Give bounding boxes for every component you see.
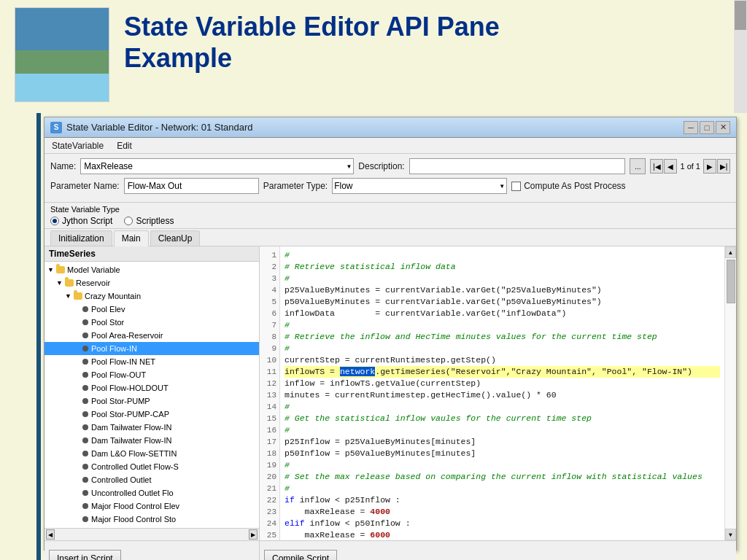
radio-jython[interactable]: Jython Script (50, 216, 112, 226)
title-bar: S State Variable Editor - Network: 01 St… (44, 117, 736, 138)
code-line: minutes = currentRuntimestep.getHecTime(… (285, 389, 720, 401)
code-line: p25ValueByMinutes = currentVariable.varG… (285, 284, 720, 296)
radio-scriptless-circle[interactable] (124, 217, 133, 225)
code-line: # Get the statistical inflow vaules for … (285, 413, 720, 424)
scroll-thumb[interactable] (727, 260, 735, 303)
sv-type-label: State Variable Type (50, 205, 730, 214)
close-button[interactable]: ✕ (716, 121, 730, 134)
tree-item[interactable]: ▼Reservoir (44, 276, 259, 289)
code-line: inflow = inflowTS.getValue(currentStep) (285, 378, 720, 389)
menu-statevariable[interactable]: StateVariable (49, 141, 107, 151)
tree-item[interactable]: ▼Crazy Mountain (44, 289, 259, 303)
radio-scriptless[interactable]: Scriptless (124, 216, 174, 226)
nav-first-btn[interactable]: |◀ (650, 159, 663, 174)
tree-item[interactable]: Pool Flow-IN (44, 342, 259, 355)
param-type-select[interactable]: Flow (332, 178, 507, 194)
description-input[interactable] (409, 158, 626, 174)
tree-scroll-left[interactable]: ◀ (46, 529, 55, 540)
code-line: # (285, 273, 720, 284)
nav-prev-btn[interactable]: ◀ (664, 159, 677, 174)
maximize-button[interactable]: □ (700, 121, 714, 134)
code-line: # (285, 319, 720, 331)
menu-bar: StateVariable Edit (44, 138, 736, 154)
tree-item[interactable]: Pool Area-Reservoir (44, 329, 259, 342)
tab-main[interactable]: Main (114, 230, 149, 246)
left-border (36, 113, 41, 560)
tab-cleanup[interactable]: CleanUp (150, 230, 201, 246)
line-numbers: 1234567891011121314151617181920212223242… (260, 246, 280, 540)
tree-item[interactable]: Uncontrolled Outlet Flo (44, 486, 259, 499)
param-type-label: Parameter Type: (263, 181, 328, 191)
tree-item[interactable]: Controlled Outlet Flow-S (44, 460, 259, 473)
minimize-button[interactable]: ─ (684, 121, 698, 134)
code-line: p25Inflow = p25ValueByMinutes[minutes] (285, 436, 720, 448)
param-name-input[interactable] (124, 178, 259, 194)
radio-group: Jython Script Scriptless (50, 216, 730, 226)
tree-item[interactable]: Major Flood Control Elev (44, 499, 259, 513)
tree-item[interactable]: Controlled Outlet (44, 473, 259, 486)
code-line: # (285, 424, 720, 436)
radio-jython-circle[interactable] (50, 217, 59, 225)
tree-item[interactable]: Pool Flow-OUT (44, 368, 259, 381)
name-label: Name: (50, 161, 76, 171)
insert-script-btn[interactable]: Insert in Script (49, 550, 121, 561)
window-title: State Variable Editor - Network: 01 Stan… (66, 122, 684, 133)
tree-item[interactable]: ▼Model Variable (44, 263, 259, 276)
compile-script-btn[interactable]: Compile Script (264, 550, 337, 561)
param-name-label: Parameter Name: (50, 181, 120, 191)
code-line: maxRelease = 4000 (285, 506, 720, 518)
compute-label: Compute As Post Process (524, 181, 625, 191)
header-scrollbar[interactable] (734, 0, 747, 113)
menu-edit[interactable]: Edit (114, 141, 135, 151)
tree-item[interactable]: Pool Stor-PUMP-CAP (44, 408, 259, 421)
param-type-select-wrapper[interactable]: Flow (332, 178, 507, 194)
tree-item[interactable]: Dam Tailwater Flow-IN (44, 421, 259, 434)
tab-initialization[interactable]: Initialization (50, 230, 112, 246)
code-line: maxRelease = 6000 (285, 529, 720, 540)
app-icon: S (50, 122, 62, 133)
title-bar-buttons: ─ □ ✕ (684, 121, 730, 134)
name-select-wrapper (80, 158, 354, 174)
bottom-panels: Insert in Script Compile Script (44, 540, 736, 560)
code-line: elif inflow < p50Inflow : (285, 518, 720, 529)
code-panel: 1234567891011121314151617181920212223242… (260, 246, 736, 540)
code-line: inflowTS = network.getTimeSeries("Reserv… (285, 366, 720, 378)
tree-scroll-right[interactable]: ▶ (249, 529, 258, 540)
name-input[interactable] (80, 158, 354, 174)
tree-item[interactable]: Pool Flow-HOLDOUT (44, 381, 259, 394)
header-area: State Variable Editor API Pane Example (0, 0, 747, 113)
tree-item[interactable]: Pool Flow-IN NET (44, 355, 259, 368)
code-scrollbar[interactable]: ▲ ▼ (724, 246, 736, 540)
scroll-track[interactable] (725, 258, 736, 529)
code-line: # (285, 249, 720, 261)
nav-last-btn[interactable]: ▶| (717, 159, 730, 174)
code-line: # (285, 459, 720, 471)
tree-item[interactable]: Major Flood Control Sto (44, 513, 259, 526)
description-label: Description: (358, 161, 404, 171)
code-line: # (285, 401, 720, 413)
code-line: # Retrieve statistical inflow data (285, 261, 720, 273)
code-line: p50ValueByMinutes = currentVariable.varG… (285, 296, 720, 308)
tree-header: TimeSeries (44, 246, 259, 262)
tree-item[interactable]: Dam L&O Flow-SETTIN (44, 447, 259, 460)
sv-type-area: State Variable Type Jython Script Script… (44, 203, 736, 229)
tree-content[interactable]: ▼Model Variable▼Reservoir▼Crazy Mountain… (44, 262, 259, 528)
nav-text: 1 of 1 (678, 162, 703, 171)
tree-item[interactable]: Pool Stor-PUMP (44, 394, 259, 408)
code-line: # (285, 343, 720, 354)
code-lines[interactable]: ## Retrieve statistical inflow data#p25V… (280, 246, 724, 540)
tree-item[interactable]: Dam Tailwater Flow-IN (44, 434, 259, 447)
scroll-down-btn[interactable]: ▼ (725, 529, 736, 540)
nav-next-btn[interactable]: ▶ (703, 159, 716, 174)
tree-item[interactable]: Pool Stor (44, 316, 259, 329)
compute-checkbox[interactable] (511, 182, 521, 191)
tree-item[interactable]: Pool Elev (44, 303, 259, 316)
compute-post-process: Compute As Post Process (511, 181, 625, 191)
scroll-up-btn[interactable]: ▲ (725, 246, 736, 258)
description-browse-btn[interactable]: ... (630, 158, 646, 174)
page-title: State Variable Editor API Pane Example (124, 7, 500, 74)
code-line: # (285, 483, 720, 494)
code-line: p50Inflow = p50ValueByMinutes[minutes] (285, 448, 720, 459)
tabs-area: Initialization Main CleanUp (44, 229, 736, 246)
code-bottom-actions: Compile Script (260, 541, 736, 560)
